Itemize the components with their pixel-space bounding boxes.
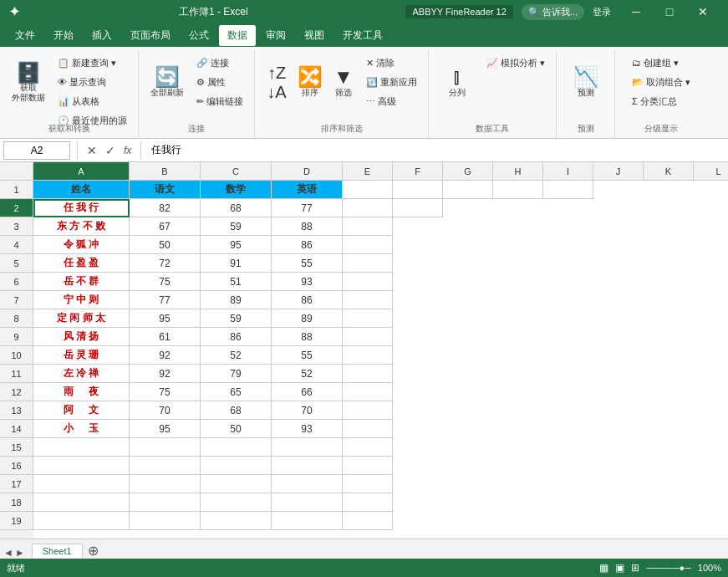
row-num-2[interactable]: 2 [0, 199, 33, 217]
cell-e7[interactable] [343, 291, 393, 309]
cell-e18[interactable] [343, 493, 393, 512]
row-num-4[interactable]: 4 [0, 236, 33, 254]
cell-c3[interactable]: 59 [201, 217, 272, 236]
menu-file[interactable]: 文件 [7, 25, 43, 46]
tell-me-input[interactable]: 🔍 告诉我... [522, 4, 584, 20]
cell-a4[interactable]: 令 狐 冲 [33, 236, 130, 254]
zoom-slider[interactable]: ─────●─ [646, 563, 690, 573]
cell-c5[interactable]: 91 [201, 254, 272, 273]
cell-e2[interactable] [343, 199, 393, 217]
cell-e14[interactable] [343, 420, 393, 438]
menu-insert[interactable]: 插入 [84, 25, 120, 46]
btn-what-if[interactable]: 📈模拟分析▾ [482, 54, 549, 72]
cell-b13[interactable]: 70 [130, 401, 201, 420]
cell-d2[interactable]: 77 [272, 199, 343, 217]
col-header-i[interactable]: I [543, 162, 593, 180]
minimize-button[interactable]: ─ [619, 0, 653, 23]
row-num-14[interactable]: 14 [0, 420, 33, 438]
view-normal-btn[interactable]: ▦ [599, 562, 608, 574]
cell-c19[interactable] [201, 512, 272, 530]
cell-d5[interactable]: 55 [272, 254, 343, 273]
cell-c6[interactable]: 51 [201, 273, 272, 291]
cell-e9[interactable] [343, 328, 393, 346]
menu-developer[interactable]: 开发工具 [334, 25, 391, 46]
cell-d18[interactable] [272, 493, 343, 512]
close-button[interactable]: ✕ [686, 0, 720, 23]
cell-e10[interactable] [343, 346, 393, 365]
btn-filter[interactable]: ▼ 筛选 [328, 54, 359, 112]
cell-d12[interactable]: 66 [272, 383, 343, 401]
cell-e11[interactable] [343, 365, 393, 383]
cell-e8[interactable] [343, 309, 393, 328]
cell-c11[interactable]: 79 [201, 365, 272, 383]
cell-a13[interactable]: 阿 文 [33, 401, 130, 420]
cell-d9[interactable]: 88 [272, 328, 343, 346]
cell-b7[interactable]: 77 [130, 291, 201, 309]
cell-a15[interactable] [33, 438, 130, 457]
col-header-f[interactable]: F [393, 162, 443, 180]
col-header-e[interactable]: E [343, 162, 393, 180]
btn-connections[interactable]: 🔗连接 [192, 54, 247, 72]
btn-subtotal[interactable]: Σ分类汇总 [628, 92, 695, 110]
cell-b2[interactable]: 82 [130, 199, 201, 217]
menu-home[interactable]: 开始 [45, 25, 82, 46]
cell-b15[interactable] [130, 438, 201, 457]
row-num-18[interactable]: 18 [0, 493, 33, 512]
cell-c15[interactable] [201, 438, 272, 457]
cell-c8[interactable]: 59 [201, 309, 272, 328]
col-header-j[interactable]: J [593, 162, 644, 180]
cell-b9[interactable]: 61 [130, 328, 201, 346]
cell-e6[interactable] [343, 273, 393, 291]
cell-b12[interactable]: 75 [130, 383, 201, 401]
cell-c17[interactable] [201, 475, 272, 493]
menu-review[interactable]: 审阅 [257, 25, 294, 46]
row-num-9[interactable]: 9 [0, 328, 33, 346]
btn-properties[interactable]: ⚙属性 [192, 73, 247, 91]
cell-c18[interactable] [201, 493, 272, 512]
row-num-15[interactable]: 15 [0, 438, 33, 457]
view-break-btn[interactable]: ⊞ [631, 562, 639, 574]
cell-c13[interactable]: 68 [201, 401, 272, 420]
cell-i1[interactable] [543, 181, 593, 199]
row-num-10[interactable]: 10 [0, 346, 33, 365]
btn-advanced[interactable]: ⋯高级 [362, 92, 421, 110]
maximize-button[interactable]: □ [653, 0, 686, 23]
cell-d19[interactable] [272, 512, 343, 530]
btn-sort-asc[interactable]: ↑Z↓A [262, 54, 292, 112]
cell-c10[interactable]: 52 [201, 346, 272, 365]
cell-d3[interactable]: 88 [272, 217, 343, 236]
col-header-c[interactable]: C [201, 162, 272, 180]
cell-d14[interactable]: 93 [272, 420, 343, 438]
btn-ungroup[interactable]: 📂取消组合▾ [628, 73, 695, 91]
cell-a6[interactable]: 岳 不 群 [33, 273, 130, 291]
cell-a5[interactable]: 任 盈 盈 [33, 254, 130, 273]
row-num-17[interactable]: 17 [0, 475, 33, 493]
cell-d11[interactable]: 52 [272, 365, 343, 383]
cell-e5[interactable] [343, 254, 393, 273]
btn-show-query[interactable]: 👁显示查询 [53, 73, 131, 91]
cell-b1[interactable]: 语文 [130, 181, 201, 199]
btn-from-table[interactable]: 📊从表格 [53, 92, 131, 110]
row-num-3[interactable]: 3 [0, 217, 33, 236]
cell-a17[interactable] [33, 475, 130, 493]
cell-c1[interactable]: 数学 [201, 181, 272, 199]
formula-input[interactable] [148, 143, 725, 158]
cell-d13[interactable]: 70 [272, 401, 343, 420]
cell-a14[interactable]: 小 玉 [33, 420, 130, 438]
cell-d6[interactable]: 93 [272, 273, 343, 291]
row-num-7[interactable]: 7 [0, 291, 33, 309]
btn-edit-links[interactable]: ✏编辑链接 [192, 92, 247, 110]
cell-d7[interactable]: 86 [272, 291, 343, 309]
cell-d10[interactable]: 55 [272, 346, 343, 365]
cell-g1[interactable] [443, 181, 493, 199]
row-num-13[interactable]: 13 [0, 401, 33, 420]
cell-e12[interactable] [343, 383, 393, 401]
cell-a3[interactable]: 东 方 不 败 [33, 217, 130, 236]
cell-b8[interactable]: 95 [130, 309, 201, 328]
cell-a10[interactable]: 岳 灵 珊 [33, 346, 130, 365]
cell-e4[interactable] [343, 236, 393, 254]
cell-f1[interactable] [393, 181, 443, 199]
cell-a1[interactable]: 姓名 [33, 181, 130, 199]
cell-d1[interactable]: 英语 [272, 181, 343, 199]
btn-new-query[interactable]: 📋新建查询▾ [53, 54, 131, 72]
